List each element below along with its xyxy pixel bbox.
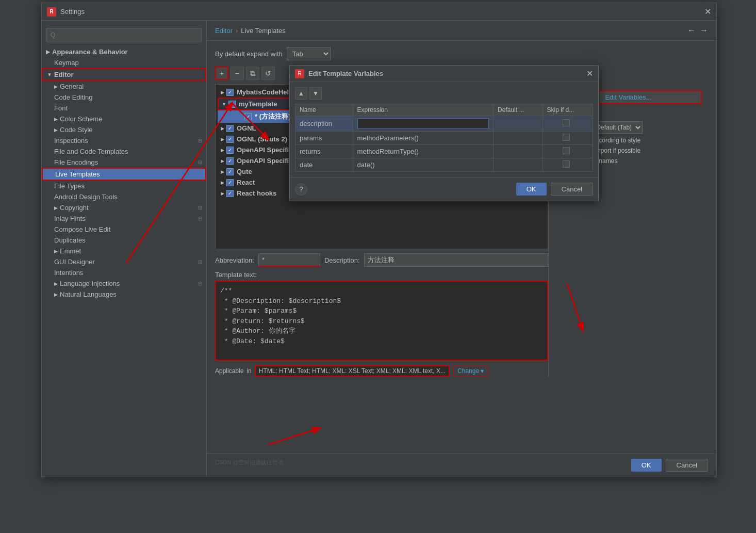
- sidebar-item-intentions[interactable]: Intentions: [42, 267, 206, 278]
- chevron-right-icon-emmet: ▶: [54, 249, 58, 254]
- skip-checkbox-params[interactable]: [563, 134, 570, 141]
- sidebar-item-android-design-tools[interactable]: Android Design Tools: [42, 191, 206, 202]
- sidebar-item-general-label: General: [60, 83, 84, 90]
- sidebar-item-general[interactable]: ▶ General: [42, 81, 206, 92]
- close-button[interactable]: ✕: [704, 7, 711, 17]
- sidebar-item-keymap[interactable]: Keymap: [42, 57, 206, 68]
- expand-label: By default expand with: [215, 50, 283, 58]
- description-input[interactable]: [364, 253, 548, 267]
- sidebar-item-font[interactable]: Font: [42, 103, 206, 114]
- modal-title: Edit Template Variables: [308, 70, 383, 77]
- cell-date-skip[interactable]: [543, 158, 593, 172]
- checkbox-mytemplate[interactable]: ✓: [228, 101, 236, 108]
- modal-cancel-button[interactable]: Cancel: [551, 183, 593, 196]
- sidebar-item-code-editing[interactable]: Code Editing: [42, 92, 206, 103]
- ok-button[interactable]: OK: [631, 459, 662, 472]
- sidebar-item-natural-languages[interactable]: ▶ Natural Languages: [42, 289, 206, 300]
- reset-template-button[interactable]: ↺: [261, 67, 275, 80]
- sidebar-item-gui-designer[interactable]: GUI Designer ⊟: [42, 256, 206, 267]
- sidebar-item-file-code-templates[interactable]: File and Code Templates: [42, 146, 206, 157]
- cell-returns-name: returns: [295, 145, 353, 158]
- expand-select[interactable]: Tab Enter Space: [287, 47, 331, 60]
- expand-with-select[interactable]: Default (Tab) Tab Enter Space: [591, 121, 643, 134]
- template-text-input[interactable]: /** * @Description: $description$ * @Par…: [215, 281, 548, 361]
- sidebar-item-language-injections[interactable]: ▶ Language Injections ⊟: [42, 278, 206, 289]
- sidebar-item-color-scheme[interactable]: ▶ Color Scheme: [42, 114, 206, 124]
- cell-description-expression[interactable]: [353, 116, 493, 132]
- group-ognl-label: OGNL: [237, 124, 256, 132]
- sidebar-item-duplicates-label: Duplicates: [54, 236, 86, 244]
- help-button[interactable]: ?: [295, 183, 307, 196]
- sidebar-item-emmet[interactable]: ▶ Emmet: [42, 246, 206, 256]
- watermark: CSDN @空间旧港眈往佳省: [215, 459, 284, 472]
- cell-description-default: [494, 116, 543, 132]
- sidebar-item-appearance[interactable]: ▶ Appearance & Behavior: [42, 46, 206, 57]
- nav-back-button[interactable]: ←: [687, 26, 696, 35]
- inspections-icon: ⊟: [198, 138, 202, 143]
- checkbox-openapi-json[interactable]: ✓: [226, 147, 234, 154]
- move-down-button[interactable]: ▼: [309, 87, 322, 100]
- sidebar-item-file-encodings[interactable]: File Encodings ⊟: [42, 157, 206, 168]
- modal-titlebar: R Edit Template Variables ✕: [290, 66, 598, 82]
- sidebar-item-inlay-hints-label: Inlay Hints: [54, 215, 86, 222]
- copy-template-button[interactable]: ⧉: [246, 67, 259, 80]
- skip-checkbox-description[interactable]: [563, 119, 570, 126]
- applicable-value: HTML: HTML Text; HTML; XML: XSL Text; XM…: [255, 365, 450, 377]
- sidebar-item-file-encodings-label: File Encodings: [54, 158, 98, 166]
- tl-item-method-comment-label: * (方法注释): [255, 112, 290, 121]
- sidebar-item-emmet-label: Emmet: [60, 247, 81, 255]
- sidebar-item-live-templates-label: Live Templates: [55, 170, 100, 178]
- sidebar-item-natural-languages-label: Natural Languages: [60, 290, 117, 298]
- nav-forward-button[interactable]: →: [700, 26, 708, 35]
- table-row-date: date date(): [295, 158, 593, 172]
- cell-params-skip[interactable]: [543, 132, 593, 145]
- change-button[interactable]: Change ▾: [453, 366, 488, 376]
- window-title: Settings: [60, 8, 85, 15]
- sidebar-item-duplicates[interactable]: Duplicates: [42, 235, 206, 246]
- sidebar-item-live-templates[interactable]: Live Templates: [42, 168, 206, 181]
- breadcrumb-editor: Editor: [215, 27, 233, 35]
- cell-date-expression: date(): [353, 158, 493, 172]
- remove-template-button[interactable]: −: [231, 67, 244, 80]
- expand-row: By default expand with Tab Enter Space: [215, 47, 708, 60]
- checkbox-method-comment[interactable]: ✓: [244, 113, 252, 120]
- checkbox-ognl[interactable]: ✓: [226, 125, 234, 132]
- search-input[interactable]: [46, 28, 202, 42]
- skip-checkbox-date[interactable]: [563, 160, 570, 168]
- sidebar-item-inspections[interactable]: Inspections ⊟: [42, 135, 206, 146]
- modal-icon: R: [295, 69, 304, 78]
- checkbox-react-hooks[interactable]: ✓: [226, 190, 234, 197]
- abbreviation-input[interactable]: [258, 253, 320, 267]
- sidebar-item-copyright[interactable]: ▶ Copyright ⊟: [42, 202, 206, 213]
- chevron-ognl-icon: ▶: [221, 126, 224, 131]
- sidebar-item-file-types[interactable]: File Types: [42, 181, 206, 191]
- sidebar-item-editor[interactable]: ▼ Editor: [42, 68, 206, 81]
- chevron-right-icon-general: ▶: [54, 84, 58, 89]
- cancel-button[interactable]: Cancel: [666, 459, 708, 472]
- checkbox-openapi-yaml[interactable]: ✓: [226, 157, 234, 165]
- sidebar-item-code-style[interactable]: ▶ Code Style: [42, 124, 206, 135]
- sidebar-item-code-editing-label: Code Editing: [54, 93, 92, 101]
- checkbox-ognl-struts2[interactable]: ✓: [226, 136, 234, 143]
- skip-checkbox-returns[interactable]: [563, 147, 570, 154]
- checkbox-react[interactable]: ✓: [226, 179, 234, 186]
- checkbox-qute[interactable]: ✓: [226, 168, 234, 175]
- sidebar-item-compose-live-edit[interactable]: Compose Live Edit: [42, 224, 206, 235]
- sidebar-item-inlay-hints[interactable]: Inlay Hints ⊟: [42, 213, 206, 224]
- modal-close-button[interactable]: ✕: [586, 69, 593, 78]
- add-template-button[interactable]: +: [215, 67, 228, 80]
- footer-buttons: CSDN @空间旧港眈往佳省 OK Cancel: [207, 453, 716, 477]
- cell-description-skip[interactable]: [543, 116, 593, 132]
- settings-window: R Settings ✕ ▶ Appearance & Behavior Key…: [41, 3, 717, 477]
- breadcrumb: Editor › Live Templates ← →: [207, 21, 716, 41]
- expression-input-description[interactable]: [357, 118, 489, 129]
- checkbox-mybatis[interactable]: ✓: [226, 89, 234, 96]
- nav-buttons: ← →: [687, 26, 708, 35]
- cell-returns-skip[interactable]: [543, 145, 593, 158]
- chevron-right-icon-style: ▶: [54, 127, 58, 133]
- sidebar-item-copyright-label: Copyright: [60, 204, 89, 212]
- cell-params-name: params: [295, 132, 353, 145]
- modal-ok-button[interactable]: OK: [516, 183, 547, 196]
- move-up-button[interactable]: ▲: [295, 87, 307, 100]
- chevron-openapi-yaml-icon: ▶: [221, 158, 224, 164]
